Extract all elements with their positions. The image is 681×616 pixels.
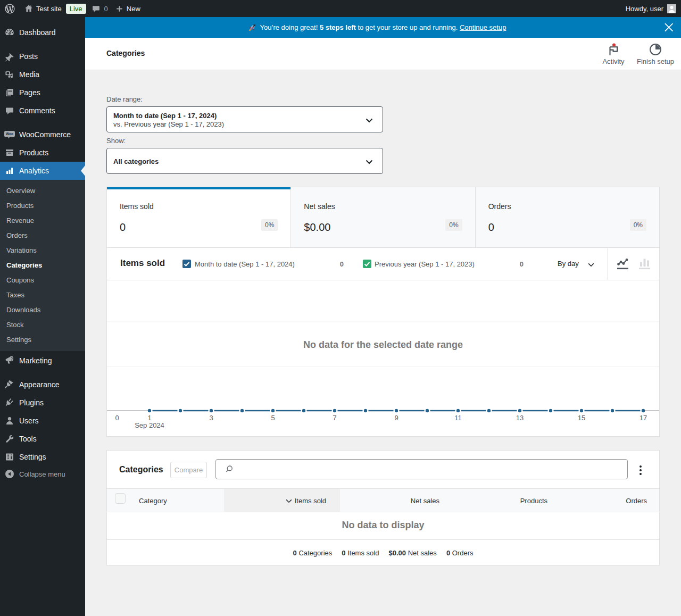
svg-text:7: 7 <box>333 414 336 422</box>
svg-text:15: 15 <box>578 414 585 422</box>
svg-text:9: 9 <box>394 414 398 422</box>
svg-text:17: 17 <box>640 414 647 422</box>
svg-text:1: 1 <box>147 414 151 422</box>
svg-text:13: 13 <box>516 414 524 422</box>
svg-text:11: 11 <box>454 414 462 422</box>
svg-text:No data for the selected date: No data for the selected date range <box>303 339 463 350</box>
svg-text:Sep 2024: Sep 2024 <box>135 421 164 429</box>
svg-text:3: 3 <box>209 414 213 422</box>
svg-text:0: 0 <box>115 414 119 422</box>
svg-text:Woo: Woo <box>6 132 13 136</box>
svg-text:5: 5 <box>271 414 275 422</box>
